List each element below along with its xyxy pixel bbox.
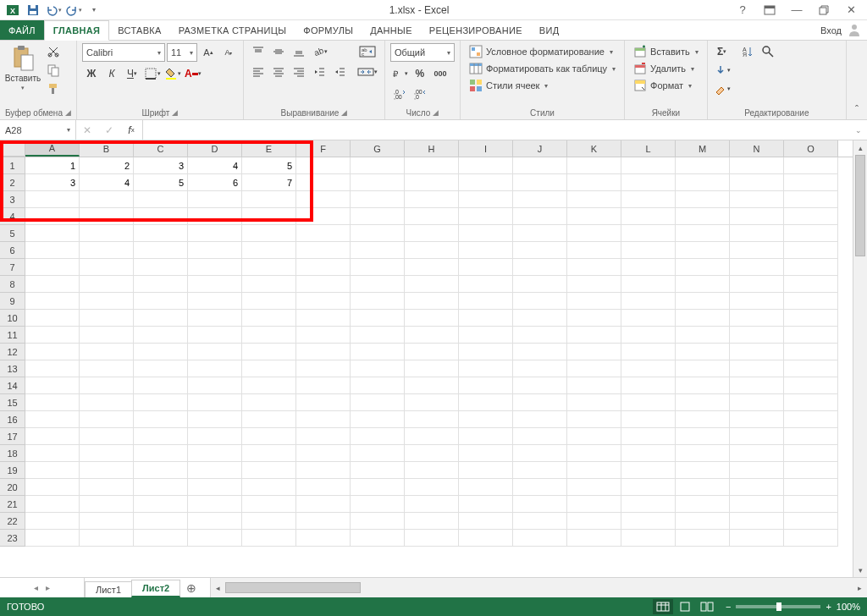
cell-E18[interactable] [242,445,296,462]
autosum-button[interactable]: Σ▾ [713,43,732,60]
row-header-19[interactable]: 19 [0,462,25,479]
cell-M9[interactable] [676,293,730,310]
cell-B18[interactable] [80,445,134,462]
merge-center-button[interactable]: ▾ [356,63,379,80]
cell-E10[interactable] [242,310,296,327]
cell-C14[interactable] [134,377,188,394]
cell-O14[interactable] [784,377,838,394]
cell-F1[interactable] [296,157,351,174]
cell-D19[interactable] [188,462,242,479]
cell-J13[interactable] [513,360,567,377]
italic-button[interactable]: К [102,65,121,82]
cell-D15[interactable] [188,394,242,411]
cell-E5[interactable] [242,225,296,242]
column-header-M[interactable]: M [676,140,730,157]
cell-F6[interactable] [296,242,351,259]
cell-J14[interactable] [513,377,567,394]
cell-F4[interactable] [296,208,351,225]
cell-L5[interactable] [621,225,676,242]
cell-I19[interactable] [459,462,513,479]
cell-D9[interactable] [188,293,242,310]
cell-M14[interactable] [676,377,730,394]
row-header-23[interactable]: 23 [0,530,25,547]
tab-file[interactable]: ФАЙЛ [0,20,44,40]
cell-N20[interactable] [730,479,784,496]
cell-D14[interactable] [188,377,242,394]
cell-G3[interactable] [351,191,405,208]
cell-G21[interactable] [351,496,405,513]
cell-D22[interactable] [188,513,242,530]
cell-I10[interactable] [459,310,513,327]
cell-L22[interactable] [621,513,676,530]
cell-C10[interactable] [134,310,188,327]
cell-E22[interactable] [242,513,296,530]
cell-C2[interactable]: 5 [134,174,188,191]
cell-D8[interactable] [188,276,242,293]
cell-A14[interactable] [25,377,80,394]
cell-A21[interactable] [25,496,80,513]
user-icon[interactable] [847,22,862,39]
cell-K11[interactable] [567,327,621,344]
cell-B11[interactable] [80,327,134,344]
cell-N12[interactable] [730,344,784,360]
cell-I5[interactable] [459,225,513,242]
cell-O20[interactable] [784,479,838,496]
cell-O12[interactable] [784,344,838,360]
cell-J15[interactable] [513,394,567,411]
borders-button[interactable]: ▾ [143,65,162,82]
cell-C16[interactable] [134,411,188,428]
zoom-in-button[interactable]: + [826,602,831,612]
cell-A13[interactable] [25,360,80,377]
cell-D1[interactable]: 4 [188,157,242,174]
cell-I7[interactable] [459,259,513,276]
cell-A8[interactable] [25,276,80,293]
cell-I3[interactable] [459,191,513,208]
cell-L17[interactable] [621,428,676,445]
column-header-N[interactable]: N [730,140,784,157]
cell-J19[interactable] [513,462,567,479]
cell-J11[interactable] [513,327,567,344]
vertical-scrollbar[interactable]: ▴ ▾ [853,140,867,577]
fill-color-button[interactable]: ▾ [163,65,182,82]
cell-O15[interactable] [784,394,838,411]
cell-F14[interactable] [296,377,351,394]
cell-O11[interactable] [784,327,838,344]
cell-O4[interactable] [784,208,838,225]
cell-D2[interactable]: 6 [188,174,242,191]
cell-D6[interactable] [188,242,242,259]
cell-N16[interactable] [730,411,784,428]
align-left-button[interactable] [249,63,268,80]
delete-cells-button[interactable]: Удалить▾ [630,60,698,77]
bold-button[interactable]: Ж [82,65,101,82]
cell-A2[interactable]: 3 [25,174,80,191]
cell-A3[interactable] [25,191,80,208]
cell-L6[interactable] [621,242,676,259]
zoom-percent[interactable]: 100% [837,602,860,612]
cell-O9[interactable] [784,293,838,310]
cell-O13[interactable] [784,360,838,377]
cell-M19[interactable] [676,462,730,479]
accounting-format-button[interactable]: ₽▾ [390,65,409,82]
cell-C17[interactable] [134,428,188,445]
cell-H11[interactable] [405,327,459,344]
cell-N3[interactable] [730,191,784,208]
wrap-text-button[interactable]: abc [356,43,379,60]
row-header-18[interactable]: 18 [0,445,25,462]
cell-I4[interactable] [459,208,513,225]
cell-D16[interactable] [188,411,242,428]
cell-D5[interactable] [188,225,242,242]
cell-H18[interactable] [405,445,459,462]
sort-filter-button[interactable]: AЯ [738,43,757,60]
row-header-20[interactable]: 20 [0,479,25,496]
row-header-21[interactable]: 21 [0,496,25,513]
cell-E9[interactable] [242,293,296,310]
cell-G6[interactable] [351,242,405,259]
align-top-button[interactable] [249,43,268,60]
cell-O1[interactable] [784,157,838,174]
cell-K17[interactable] [567,428,621,445]
cell-F22[interactable] [296,513,351,530]
cell-K19[interactable] [567,462,621,479]
cell-G12[interactable] [351,344,405,360]
cell-F8[interactable] [296,276,351,293]
cell-L7[interactable] [621,259,676,276]
